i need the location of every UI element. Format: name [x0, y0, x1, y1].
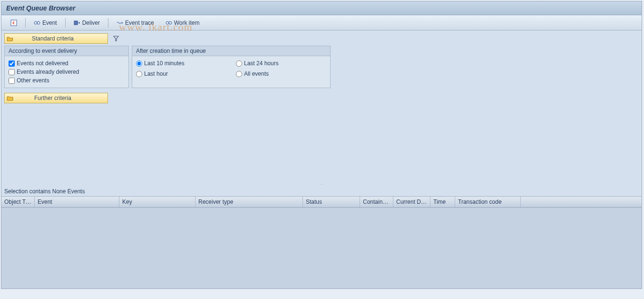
check-label: Events not delivered	[17, 60, 68, 67]
back-icon	[10, 20, 17, 26]
svg-point-1	[34, 21, 37, 24]
radio-input-24h[interactable]	[236, 60, 242, 67]
time-title: After creation time in queue	[132, 46, 330, 56]
checkbox-not-delivered[interactable]	[9, 60, 15, 67]
event-button-label: Event	[42, 20, 57, 26]
svg-point-2	[37, 21, 40, 24]
standard-criteria-label: Standard criteria	[17, 35, 88, 42]
check-not-delivered[interactable]: Events not delivered	[9, 59, 125, 68]
radio-label: Last hour	[144, 70, 168, 77]
col-receiver-type[interactable]: Receiver type	[195, 197, 303, 207]
radio-last-hour[interactable]: Last hour	[136, 70, 226, 78]
toolbar-separator	[108, 18, 108, 28]
col-event[interactable]: Event	[35, 197, 119, 207]
standard-criteria-button[interactable]: Standard criteria	[4, 33, 108, 44]
window-title: Event Queue Browser	[1, 1, 642, 15]
radio-last-24-hours[interactable]: Last 24 hours	[236, 59, 326, 68]
open-folder-icon	[7, 36, 13, 41]
glasses-icon	[166, 20, 172, 26]
radio-input-10min[interactable]	[136, 60, 142, 67]
deliver-button[interactable]: Deliver	[68, 18, 105, 28]
svg-point-5	[166, 21, 169, 24]
criteria-area: Standard criteria According to event del…	[1, 30, 642, 183]
col-container[interactable]: Container e..	[360, 197, 393, 207]
event-trace-button[interactable]: Event trace	[111, 18, 159, 28]
toolbar-separator	[65, 18, 66, 28]
check-label: Events already delivered	[17, 69, 79, 75]
checkbox-other-events[interactable]	[9, 78, 15, 84]
toolbar-separator	[25, 18, 26, 28]
svg-point-6	[169, 21, 172, 24]
checkbox-already-delivered[interactable]	[9, 69, 15, 75]
back-button[interactable]	[5, 18, 22, 28]
deliver-icon	[74, 20, 80, 26]
svg-rect-4	[74, 21, 78, 25]
col-current-date[interactable]: Current Date	[393, 197, 430, 207]
filter-button[interactable]	[111, 34, 121, 43]
col-object-type[interactable]: Object Type	[1, 197, 35, 207]
radio-input-hour[interactable]	[136, 71, 142, 77]
further-criteria-button[interactable]: Further criteria	[4, 93, 108, 103]
radio-input-all[interactable]	[236, 71, 242, 77]
svg-rect-0	[11, 20, 17, 26]
event-button[interactable]: Event	[29, 18, 62, 28]
check-already-delivered[interactable]: Events already delivered	[9, 68, 125, 76]
check-label: Other events	[17, 77, 49, 84]
filter-icon	[113, 35, 119, 42]
trace-button-label: Event trace	[125, 20, 154, 26]
horizontal-splitter[interactable]: ·····	[1, 183, 642, 187]
deliver-button-label: Deliver	[82, 20, 100, 26]
results-table: Object Type Event Key Receiver type Stat…	[1, 196, 642, 289]
glasses-icon	[34, 20, 40, 26]
time-groupbox: After creation time in queue Last 10 min…	[132, 46, 331, 88]
work-item-label: Work item	[174, 20, 200, 26]
col-time[interactable]: Time	[430, 197, 455, 207]
application-toolbar: Event Deliver Event trace Work item	[1, 15, 642, 30]
trace-icon	[117, 20, 123, 26]
delivery-title: According to event delivery	[5, 46, 128, 56]
col-key[interactable]: Key	[119, 197, 195, 207]
table-header-row: Object Type Event Key Receiver type Stat…	[1, 197, 642, 208]
main-window: Event Queue Browser Event Deliver Ev	[1, 1, 642, 289]
radio-last-10-min[interactable]: Last 10 minutes	[136, 59, 226, 68]
selection-status: Selection contains None Events	[1, 187, 642, 196]
table-body-empty	[1, 208, 642, 289]
col-status[interactable]: Status	[303, 197, 360, 207]
radio-label: All events	[244, 70, 269, 77]
radio-all-events[interactable]: All events	[236, 70, 326, 78]
check-other-events[interactable]: Other events	[9, 76, 125, 85]
further-criteria-label: Further criteria	[17, 95, 88, 101]
work-item-button[interactable]: Work item	[160, 18, 205, 28]
radio-label: Last 24 hours	[244, 60, 279, 67]
delivery-groupbox: According to event delivery Events not d…	[4, 46, 129, 88]
radio-label: Last 10 minutes	[144, 60, 185, 67]
col-transaction-code[interactable]: Transaction code	[455, 197, 521, 207]
folder-icon	[7, 95, 13, 101]
